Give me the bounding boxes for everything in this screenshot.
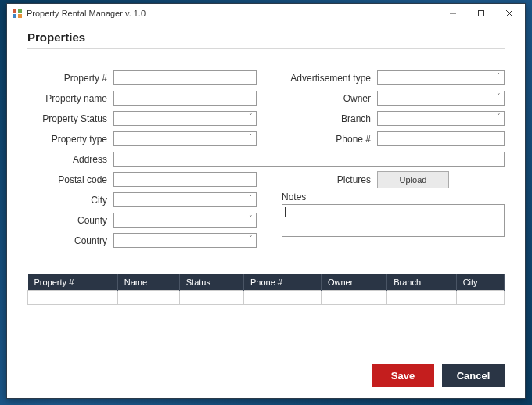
owner-label: Owner (275, 93, 377, 104)
app-icon (12, 8, 23, 19)
notes-textarea[interactable] (282, 204, 505, 237)
col-status[interactable]: Status (179, 274, 243, 291)
form-lower: Postal code City County Country (27, 171, 505, 253)
titlebar: Property Rental Manager v. 1.0 (7, 4, 525, 23)
city-label: City (27, 195, 113, 206)
content-area: Properties Property # Property name Prop… (7, 23, 525, 398)
svg-rect-3 (18, 14, 22, 18)
table-row[interactable] (28, 291, 505, 305)
city-select[interactable] (113, 192, 257, 207)
close-button[interactable] (495, 5, 523, 22)
app-window: Property Rental Manager v. 1.0 Propertie… (6, 3, 526, 399)
phone-label: Phone # (275, 134, 377, 145)
col-owner[interactable]: Owner (321, 274, 386, 291)
address-input[interactable] (113, 152, 505, 167)
property-number-input[interactable] (113, 70, 257, 85)
footer-buttons: Save Cancel (27, 351, 505, 387)
save-button[interactable]: Save (372, 364, 434, 387)
county-label: County (27, 215, 113, 226)
country-select[interactable] (113, 233, 257, 248)
cancel-button[interactable]: Cancel (442, 364, 505, 387)
page-title: Properties (27, 30, 505, 49)
postal-code-input[interactable] (113, 172, 257, 187)
property-status-select[interactable] (113, 111, 257, 126)
form-left-column: Property # Property name Property Status… (27, 70, 257, 151)
property-name-input[interactable] (113, 91, 257, 106)
svg-rect-1 (18, 9, 22, 13)
col-branch[interactable]: Branch (387, 274, 456, 291)
property-status-label: Property Status (27, 113, 113, 124)
col-phone[interactable]: Phone # (243, 274, 321, 291)
col-city[interactable]: City (456, 274, 504, 291)
notes-label: Notes (282, 192, 505, 202)
property-type-select[interactable] (113, 131, 257, 146)
minimize-button[interactable] (439, 5, 467, 22)
branch-select[interactable] (377, 111, 505, 126)
properties-table: Property # Name Status Phone # Owner Bra… (27, 274, 505, 305)
svg-rect-2 (13, 14, 16, 18)
branch-label: Branch (275, 113, 377, 124)
property-name-label: Property name (27, 93, 113, 104)
col-property-number[interactable]: Property # (28, 274, 118, 291)
owner-select[interactable] (377, 91, 505, 106)
upload-button[interactable]: Upload (377, 171, 449, 188)
postal-code-label: Postal code (27, 174, 113, 185)
form: Property # Property name Property Status… (27, 70, 505, 151)
ad-type-label: Advertisement type (275, 73, 377, 84)
svg-rect-5 (479, 11, 484, 16)
window-controls (439, 5, 523, 22)
phone-input[interactable] (377, 131, 505, 146)
county-select[interactable] (113, 213, 257, 228)
ad-type-select[interactable] (377, 70, 505, 85)
maximize-button[interactable] (467, 5, 495, 22)
properties-table-wrap: Property # Name Status Phone # Owner Bra… (27, 274, 505, 305)
country-label: Country (27, 235, 113, 246)
property-number-label: Property # (27, 73, 113, 84)
window-title: Property Rental Manager v. 1.0 (27, 9, 439, 18)
property-type-label: Property type (27, 134, 113, 145)
col-name[interactable]: Name (117, 274, 179, 291)
address-label: Address (27, 154, 113, 165)
pictures-label: Pictures (275, 174, 377, 185)
form-right-column: Advertisement type Owner Branch Phone # (275, 70, 505, 151)
svg-rect-0 (13, 9, 16, 13)
